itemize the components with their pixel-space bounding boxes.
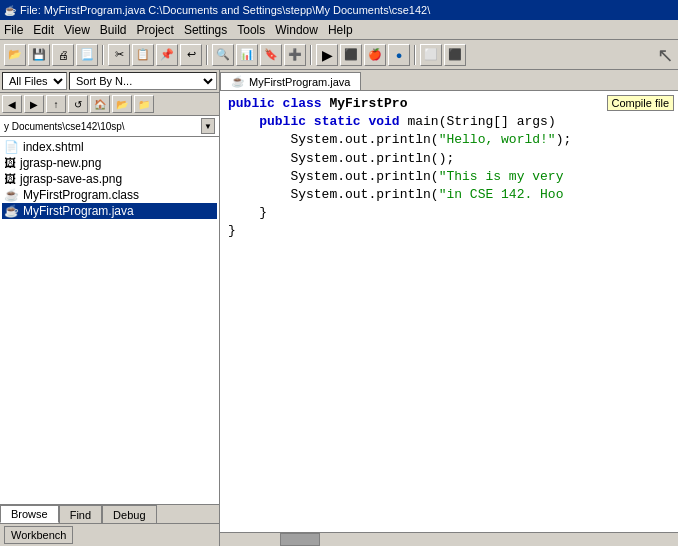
code-line-7: }: [228, 204, 670, 222]
toolbar-sep-3: [310, 45, 312, 65]
file-icon-png2: 🖼: [4, 172, 16, 186]
file-name-png1: jgrasp-new.png: [20, 156, 101, 170]
toolbar-apple[interactable]: 🍎: [364, 44, 386, 66]
left-panel: All Files Sort By N... ◀ ▶ ↑ ↺ 🏠 📂 📁 y D…: [0, 70, 220, 546]
toolbar-undo[interactable]: ↩: [180, 44, 202, 66]
file-icon-java: ☕: [4, 204, 19, 218]
toolbar-sep-4: [414, 45, 416, 65]
file-list: 📄 index.shtml 🖼 jgrasp-new.png 🖼 jgrasp-…: [0, 137, 219, 504]
file-type-select[interactable]: All Files: [2, 72, 67, 90]
code-line-5: System.out.println("This is my very: [228, 168, 670, 186]
editor-content[interactable]: Compile file public class MyFirstPro pub…: [220, 91, 678, 532]
menu-file[interactable]: File: [4, 23, 23, 37]
tab-browse[interactable]: Browse: [0, 505, 59, 523]
left-tab-row: Browse Find Debug: [0, 504, 219, 523]
code-line-3: System.out.println("Hello, world!");: [228, 131, 670, 149]
toolbar-sep-1: [102, 45, 104, 65]
app-icon: ☕: [4, 5, 16, 16]
nav-forward[interactable]: ▶: [24, 95, 44, 113]
title-text: File: MyFirstProgram.java C:\Documents a…: [20, 4, 430, 16]
code-line-8: }: [228, 222, 670, 240]
tab-debug[interactable]: Debug: [102, 505, 156, 523]
menu-view[interactable]: View: [64, 23, 90, 37]
file-item-png1[interactable]: 🖼 jgrasp-new.png: [2, 155, 217, 171]
nav-back[interactable]: ◀: [2, 95, 22, 113]
main-layout: All Files Sort By N... ◀ ▶ ↑ ↺ 🏠 📂 📁 y D…: [0, 70, 678, 546]
toolbar-filled[interactable]: ⬛: [444, 44, 466, 66]
menu-settings[interactable]: Settings: [184, 23, 227, 37]
toolbar-bar-chart[interactable]: 📊: [236, 44, 258, 66]
scrollbar-thumb[interactable]: [280, 533, 320, 546]
menu-edit[interactable]: Edit: [33, 23, 54, 37]
toolbar-cut[interactable]: ✂: [108, 44, 130, 66]
menu-help[interactable]: Help: [328, 23, 353, 37]
toolbar-bookmark[interactable]: 🔖: [260, 44, 282, 66]
toolbar: 📂 💾 🖨 📃 ✂ 📋 📌 ↩ 🔍 📊 🔖 ➕ ▶ ⬛ 🍎 ● ⬜ ⬛ ↖: [0, 40, 678, 70]
toolbar-paste[interactable]: 📌: [156, 44, 178, 66]
workbench-row: Workbench: [0, 523, 219, 546]
nav-up[interactable]: ↑: [46, 95, 66, 113]
nav-folder-open[interactable]: 📂: [112, 95, 132, 113]
file-item-png2[interactable]: 🖼 jgrasp-save-as.png: [2, 171, 217, 187]
toolbar-square[interactable]: ⬜: [420, 44, 442, 66]
toolbar-add[interactable]: ➕: [284, 44, 306, 66]
tab-find[interactable]: Find: [59, 505, 102, 523]
toolbar-save[interactable]: 💾: [28, 44, 50, 66]
code-line-4: System.out.println();: [228, 150, 670, 168]
compile-tooltip: Compile file: [607, 95, 674, 111]
file-item-java[interactable]: ☕ MyFirstProgram.java: [2, 203, 217, 219]
file-name-java: MyFirstProgram.java: [23, 204, 134, 218]
editor-panel: ☕ MyFirstProgram.java Compile file publi…: [220, 70, 678, 546]
code-line-1: public class MyFirstPro: [228, 95, 670, 113]
menu-window[interactable]: Window: [275, 23, 318, 37]
editor-tab-row: ☕ MyFirstProgram.java: [220, 70, 678, 91]
file-icon-html: 📄: [4, 140, 19, 154]
path-text: y Documents\cse142\10sp\: [4, 121, 199, 132]
toolbar-print[interactable]: 🖨: [52, 44, 74, 66]
workbench-button[interactable]: Workbench: [4, 526, 73, 544]
editor-tab-icon: ☕: [231, 75, 245, 88]
toolbar-copy[interactable]: 📋: [132, 44, 154, 66]
file-name-png2: jgrasp-save-as.png: [20, 172, 122, 186]
nav-folder-new[interactable]: 📁: [134, 95, 154, 113]
toolbar-sep-2: [206, 45, 208, 65]
file-item-index[interactable]: 📄 index.shtml: [2, 139, 217, 155]
menu-project[interactable]: Project: [137, 23, 174, 37]
file-name-class: MyFirstProgram.class: [23, 188, 139, 202]
path-bar: y Documents\cse142\10sp\ ▼: [0, 116, 219, 137]
toolbar-open[interactable]: 📂: [4, 44, 26, 66]
nav-refresh[interactable]: ↺: [68, 95, 88, 113]
toolbar-search[interactable]: 🔍: [212, 44, 234, 66]
toolbar-run[interactable]: ▶: [316, 44, 338, 66]
code-line-2: public static void main(String[] args): [228, 113, 670, 131]
file-filter-toolbar: All Files Sort By N...: [0, 70, 219, 93]
editor-scrollbar-h[interactable]: [220, 532, 678, 546]
nav-toolbar: ◀ ▶ ↑ ↺ 🏠 📂 📁: [0, 93, 219, 116]
code-line-6: System.out.println("in CSE 142. Hoo: [228, 186, 670, 204]
toolbar-circle[interactable]: ●: [388, 44, 410, 66]
scrollbar-track: [220, 533, 678, 546]
editor-tab-label: MyFirstProgram.java: [249, 76, 350, 88]
path-dropdown-arrow[interactable]: ▼: [201, 118, 215, 134]
file-icon-class: ☕: [4, 188, 19, 202]
file-item-class[interactable]: ☕ MyFirstProgram.class: [2, 187, 217, 203]
menu-tools[interactable]: Tools: [237, 23, 265, 37]
file-name-index: index.shtml: [23, 140, 84, 154]
cursor-icon: ↖: [657, 43, 674, 67]
menu-bar: File Edit View Build Project Settings To…: [0, 20, 678, 40]
toolbar-stop[interactable]: ⬛: [340, 44, 362, 66]
toolbar-print2[interactable]: 📃: [76, 44, 98, 66]
sort-select[interactable]: Sort By N...: [69, 72, 217, 90]
editor-tab-java[interactable]: ☕ MyFirstProgram.java: [220, 72, 361, 90]
menu-build[interactable]: Build: [100, 23, 127, 37]
title-bar: ☕ File: MyFirstProgram.java C:\Documents…: [0, 0, 678, 20]
nav-home[interactable]: 🏠: [90, 95, 110, 113]
file-icon-png1: 🖼: [4, 156, 16, 170]
